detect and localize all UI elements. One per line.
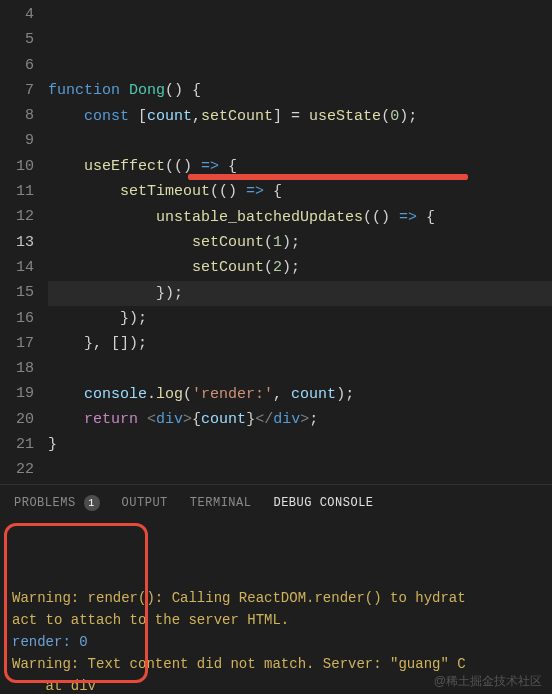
tab-debug-label: DEBUG CONSOLE — [273, 496, 373, 510]
tab-problems[interactable]: PROBLEMS 1 — [14, 495, 100, 511]
debug-console-output[interactable]: Warning: render(): Calling ReactDOM.rend… — [0, 517, 552, 694]
line-number-gutter: 45678910111213141516171819202122 — [0, 0, 48, 484]
bottom-panel: PROBLEMS 1 OUTPUT TERMINAL DEBUG CONSOLE… — [0, 484, 552, 694]
watermark-text: @稀土掘金技术社区 — [434, 673, 542, 690]
line-number: 6 — [0, 53, 48, 78]
code-line[interactable]: setCount(1); — [48, 230, 552, 255]
line-number: 20 — [0, 407, 48, 432]
code-line[interactable]: }); — [48, 306, 552, 331]
line-number: 5 — [0, 27, 48, 52]
code-editor[interactable]: 45678910111213141516171819202122 functio… — [0, 0, 552, 484]
console-line: act to attach to the server HTML. — [12, 609, 540, 631]
line-number: 14 — [0, 255, 48, 280]
tab-debug-console[interactable]: DEBUG CONSOLE — [273, 496, 373, 510]
code-line[interactable]: const [count,setCount] = useState(0); — [48, 104, 552, 129]
code-line[interactable]: setTimeout(() => { — [48, 179, 552, 204]
code-area[interactable]: function Dong() { const [count,setCount]… — [48, 0, 552, 484]
code-line[interactable]: }, []); — [48, 331, 552, 356]
line-number: 12 — [0, 204, 48, 229]
line-number: 21 — [0, 432, 48, 457]
tab-terminal[interactable]: TERMINAL — [190, 496, 252, 510]
code-line[interactable]: console.log('render:', count); — [48, 382, 552, 407]
code-line[interactable] — [48, 53, 552, 78]
line-number: 22 — [0, 457, 48, 482]
console-line: Warning: Text content did not match. Ser… — [12, 653, 540, 675]
line-number: 11 — [0, 179, 48, 204]
line-number: 7 — [0, 78, 48, 103]
code-line[interactable]: export default Dong; — [48, 483, 552, 484]
code-line[interactable]: }); — [48, 281, 552, 306]
panel-tabs: PROBLEMS 1 OUTPUT TERMINAL DEBUG CONSOLE — [0, 485, 552, 517]
tab-problems-label: PROBLEMS — [14, 496, 76, 510]
line-number: 13 — [0, 230, 48, 255]
code-line[interactable]: useEffect(() => { — [48, 154, 552, 179]
code-line[interactable]: setCount(2); — [48, 255, 552, 280]
console-line: render: 0 — [12, 631, 540, 653]
tab-output[interactable]: OUTPUT — [122, 496, 168, 510]
line-number: 18 — [0, 356, 48, 381]
tab-terminal-label: TERMINAL — [190, 496, 252, 510]
code-line[interactable]: function Dong() { — [48, 78, 552, 103]
tab-output-label: OUTPUT — [122, 496, 168, 510]
line-number: 19 — [0, 381, 48, 406]
line-number: 4 — [0, 2, 48, 27]
line-number: 17 — [0, 331, 48, 356]
code-line[interactable]: return <div>{count}</div>; — [48, 407, 552, 432]
line-number: 16 — [0, 306, 48, 331]
code-line[interactable] — [48, 357, 552, 382]
console-line: Warning: render(): Calling ReactDOM.rend… — [12, 587, 540, 609]
line-number: 10 — [0, 154, 48, 179]
line-number: 8 — [0, 103, 48, 128]
code-line[interactable]: } — [48, 432, 552, 457]
problems-count-badge: 1 — [84, 495, 100, 511]
line-number: 15 — [0, 280, 48, 305]
code-line[interactable] — [48, 458, 552, 483]
code-line[interactable] — [48, 129, 552, 154]
line-number: 9 — [0, 128, 48, 153]
code-line[interactable]: unstable_batchedUpdates(() => { — [48, 205, 552, 230]
